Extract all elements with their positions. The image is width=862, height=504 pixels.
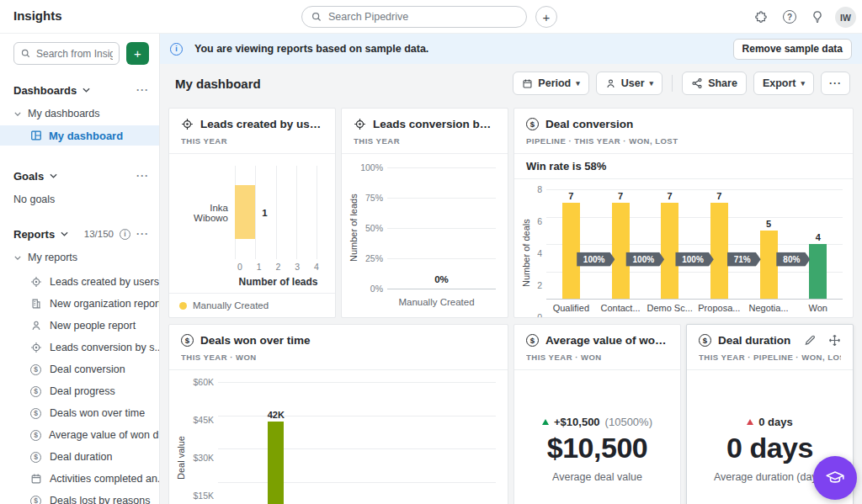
dollar-icon: $ [30, 408, 42, 419]
info-icon: i [170, 43, 183, 56]
dashboards-title[interactable]: Dashboards [13, 84, 77, 97]
bar-won[interactable] [809, 244, 827, 299]
remove-sample-data-button[interactable]: Remove sample data [733, 39, 852, 60]
dollar-icon: $ [30, 496, 42, 504]
sidebar-report-item[interactable]: $Deals lost by reasons [0, 490, 159, 504]
bar-negotia[interactable] [760, 231, 778, 299]
marketplace-puzzle-icon[interactable] [753, 8, 769, 25]
goals-more-menu[interactable]: ··· [136, 170, 149, 182]
reports-more-menu[interactable]: ··· [136, 228, 149, 240]
bar-contact[interactable] [612, 203, 630, 299]
calendar-icon [522, 78, 533, 89]
bar-value-label: 7 [716, 191, 721, 201]
sidebar-report-item[interactable]: New organization report [0, 293, 159, 315]
sidebar-report-item[interactable]: $Average value of won d... [0, 424, 159, 446]
card-deals-won-over-time[interactable]: $ Deals won over time THIS YEAR · WON De… [168, 324, 508, 504]
report-item-label: Deals won over time [50, 407, 145, 419]
dashboards-more-menu[interactable]: ··· [136, 84, 149, 96]
card-title: Deals won over time [200, 334, 311, 347]
bar-demosc[interactable] [661, 203, 678, 299]
help-icon[interactable]: ? [781, 8, 798, 25]
learning-fab-button[interactable] [813, 456, 857, 500]
metric-caption: Average deal value [552, 471, 642, 483]
person-icon [605, 78, 616, 89]
sidebar-report-item[interactable]: $Deal conversion [0, 358, 159, 380]
bar-column: 0 [473, 382, 497, 504]
move-handle-icon[interactable] [828, 334, 841, 347]
sidebar-item-my-dashboard[interactable]: My dashboard [0, 125, 159, 146]
chevron-down-icon[interactable] [61, 231, 68, 236]
card-title: Deal conversion [545, 118, 633, 130]
share-label: Share [708, 77, 737, 89]
sidebar-report-item[interactable]: $Deal duration [0, 446, 159, 468]
global-search[interactable] [301, 6, 527, 28]
gridline [387, 289, 496, 289]
sidebar-report-item[interactable]: New people report [0, 315, 159, 337]
sidebar-report-item[interactable]: Activities completed an... [0, 468, 159, 490]
sidebar-report-item[interactable]: $Deal progress [0, 380, 159, 402]
bar-column: 0 [450, 382, 473, 504]
share-icon [691, 77, 703, 89]
chevron-down-icon[interactable] [50, 173, 57, 178]
bar-qualified[interactable] [562, 203, 580, 299]
card-leads-created-by-users[interactable]: Leads created by users THIS YEAR Inka Wi… [168, 108, 336, 318]
pipedrive-insights-page: Insights + ? IW + Dashboards ··· My dash… [0, 0, 862, 504]
report-item-label: New people report [50, 320, 136, 332]
more-menu-button[interactable]: ··· [821, 72, 850, 95]
dashboard-title: My dashboard [175, 77, 261, 91]
reports-title[interactable]: Reports [13, 228, 55, 241]
my-dashboards-group[interactable]: My dashboards [14, 106, 149, 121]
bar-inka-wibowo[interactable] [235, 185, 255, 238]
period-filter-button[interactable]: Period ▾ [513, 72, 588, 95]
sidebar-report-item[interactable]: Leads conversion by s... [0, 337, 159, 358]
gridline [387, 258, 496, 259]
gridline [317, 166, 317, 259]
bar-value-label: 7 [668, 191, 673, 201]
leads-created-plot: 1 [235, 166, 317, 259]
card-deal-conversion[interactable]: $ Deal conversion PIPELINE · THIS YEAR ·… [513, 108, 854, 318]
top-bar: Insights + ? IW [0, 0, 862, 34]
dollar-icon: $ [30, 386, 42, 397]
deal-dollar-icon: $ [526, 118, 539, 130]
bar-ma[interactable] [268, 422, 284, 504]
whats-new-lightbulb-icon[interactable] [809, 8, 826, 25]
bar-value-label: 5 [766, 219, 771, 229]
app-title: Insights [13, 8, 62, 23]
reports-section-header: Reports 13/150 i ··· [13, 225, 149, 242]
create-new-button[interactable]: + [126, 42, 149, 65]
card-average-value-of-won-deals[interactable]: $ Average value of won de... THIS YEAR ·… [513, 324, 681, 504]
bar-value-label: 4 [816, 232, 821, 242]
insights-search-field[interactable] [13, 42, 120, 65]
period-label: Period [538, 77, 571, 89]
bar-column: 0 [288, 382, 311, 504]
leads-conversion-plot: 0% [387, 167, 496, 289]
dashboard-header: My dashboard Period ▾ User ▾ Share [160, 64, 862, 103]
report-item-label: Deals lost by reasons [50, 495, 151, 504]
y-tick-label: 2 [537, 280, 542, 290]
goals-title[interactable]: Goals [13, 170, 44, 183]
export-button[interactable]: Export ▾ [753, 72, 814, 95]
dollar-icon: $ [30, 452, 42, 463]
share-button[interactable]: Share [682, 72, 747, 95]
metric-value: $10,500 [547, 432, 647, 464]
y-axis-ticks: $60K$45K$30K$15K$0 [186, 382, 218, 504]
metric-value: 0 days [726, 432, 813, 464]
user-avatar[interactable]: IW [835, 7, 856, 28]
quick-add-button[interactable]: + [535, 6, 557, 28]
user-filter-button[interactable]: User ▾ [596, 72, 662, 95]
bar-proposa[interactable] [710, 203, 728, 299]
sidebar-report-item[interactable]: Leads created by users [0, 271, 159, 293]
reports-info-icon[interactable]: i [120, 229, 130, 240]
chevron-down-icon[interactable] [82, 88, 90, 93]
x-tick-label: 2 [276, 262, 281, 272]
card-leads-conversion-by-source[interactable]: Leads conversion by so... THIS YEAR Numb… [341, 108, 508, 318]
organization-icon [30, 298, 42, 310]
trend-up-icon [542, 419, 549, 425]
edit-pencil-icon[interactable] [804, 334, 817, 347]
global-search-input[interactable] [328, 11, 518, 23]
insights-search-input[interactable] [36, 48, 113, 60]
my-reports-group[interactable]: My reports [14, 250, 149, 265]
graduation-cap-icon [824, 467, 846, 489]
sidebar-report-item[interactable]: $Deals won over time [0, 402, 159, 424]
bar-column: 0 [218, 382, 242, 504]
